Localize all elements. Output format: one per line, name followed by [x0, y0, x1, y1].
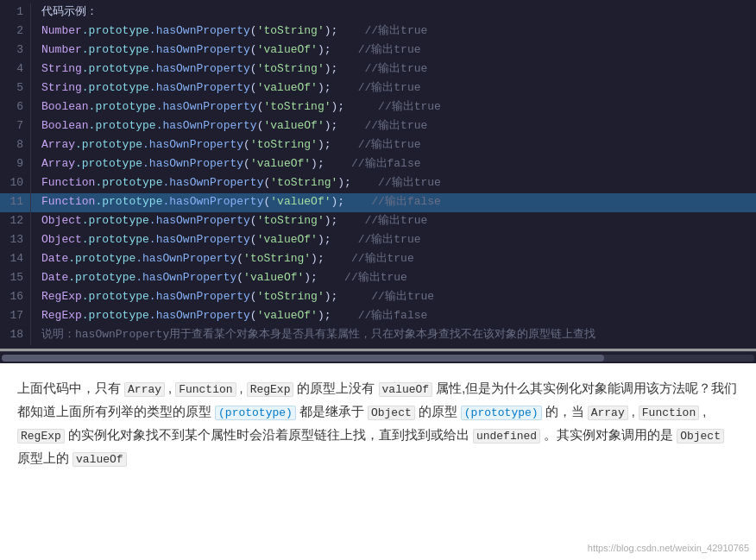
line-content: Function.prototype.hasOwnProperty('value… — [31, 193, 756, 212]
code-line-13: 13Object.prototype.hasOwnProperty('value… — [0, 231, 756, 250]
scrollbar-area[interactable] — [0, 351, 756, 363]
line-content: Number.prototype.hasOwnProperty('valueOf… — [31, 41, 756, 60]
line-number: 14 — [0, 250, 31, 269]
prose-text: 上面代码中，只有 Array , Function , RegExp 的原型上没… — [17, 381, 737, 465]
code-line-3: 3Number.prototype.hasOwnProperty('valueO… — [0, 41, 756, 60]
line-number: 4 — [0, 60, 31, 79]
code-line-9: 9Array.prototype.hasOwnProperty('valueOf… — [0, 155, 756, 174]
line-content: Function.prototype.hasOwnProperty('toStr… — [31, 174, 756, 193]
line-content: Date.prototype.hasOwnProperty('toString'… — [31, 250, 756, 269]
line-content: String.prototype.hasOwnProperty('valueOf… — [31, 79, 756, 98]
code-line-12: 12Object.prototype.hasOwnProperty('toStr… — [0, 212, 756, 231]
line-content: Boolean.prototype.hasOwnProperty('valueO… — [31, 117, 756, 136]
line-number: 18 — [0, 326, 31, 345]
prose-section: 上面代码中，只有 Array , Function , RegExp 的原型上没… — [0, 363, 756, 481]
line-content: Date.prototype.hasOwnProperty('valueOf')… — [31, 269, 756, 288]
line-number: 12 — [0, 212, 31, 231]
code-line-2: 2Number.prototype.hasOwnProperty('toStri… — [0, 22, 756, 41]
line-content: RegExp.prototype.hasOwnProperty('valueOf… — [31, 307, 756, 326]
line-number: 3 — [0, 41, 31, 60]
line-number: 16 — [0, 288, 31, 307]
line-number: 17 — [0, 307, 31, 326]
code-line-5: 5String.prototype.hasOwnProperty('valueO… — [0, 79, 756, 98]
line-content: 代码示例： — [31, 3, 756, 22]
code-line-14: 14Date.prototype.hasOwnProperty('toStrin… — [0, 250, 756, 269]
line-content: Object.prototype.hasOwnProperty('toStrin… — [31, 212, 756, 231]
line-number: 13 — [0, 231, 31, 250]
code-line-7: 7Boolean.prototype.hasOwnProperty('value… — [0, 117, 756, 136]
line-number: 11 — [0, 193, 31, 212]
line-number: 6 — [0, 98, 31, 117]
line-content: Array.prototype.hasOwnProperty('toString… — [31, 136, 756, 155]
code-line-17: 17RegExp.prototype.hasOwnProperty('value… — [0, 307, 756, 326]
line-content: Number.prototype.hasOwnProperty('toStrin… — [31, 22, 756, 41]
code-line-15: 15Date.prototype.hasOwnProperty('valueOf… — [0, 269, 756, 288]
code-block: 1代码示例：2Number.prototype.hasOwnProperty('… — [0, 0, 756, 351]
line-number: 9 — [0, 155, 31, 174]
line-number: 7 — [0, 117, 31, 136]
code-line-10: 10Function.prototype.hasOwnProperty('toS… — [0, 174, 756, 193]
line-content: 说明：hasOwnProperty用于查看某个对象本身是否具有某属性，只在对象本… — [31, 326, 756, 345]
code-line-4: 4String.prototype.hasOwnProperty('toStri… — [0, 60, 756, 79]
line-number: 5 — [0, 79, 31, 98]
line-content: Object.prototype.hasOwnProperty('valueOf… — [31, 231, 756, 250]
line-number: 2 — [0, 22, 31, 41]
line-number: 15 — [0, 269, 31, 288]
code-line-6: 6Boolean.prototype.hasOwnProperty('toStr… — [0, 98, 756, 117]
line-number: 10 — [0, 174, 31, 193]
line-content: Array.prototype.hasOwnProperty('valueOf'… — [31, 155, 756, 174]
line-number: 1 — [0, 3, 31, 22]
code-line-11: 11Function.prototype.hasOwnProperty('val… — [0, 193, 756, 212]
line-content: String.prototype.hasOwnProperty('toStrin… — [31, 60, 756, 79]
code-line-1: 1代码示例： — [0, 3, 756, 22]
code-line-16: 16RegExp.prototype.hasOwnProperty('toStr… — [0, 288, 756, 307]
line-content: Boolean.prototype.hasOwnProperty('toStri… — [31, 98, 756, 117]
code-line-8: 8Array.prototype.hasOwnProperty('toStrin… — [0, 136, 756, 155]
code-line-18: 18说明：hasOwnProperty用于查看某个对象本身是否具有某属性，只在对… — [0, 326, 756, 345]
line-number: 8 — [0, 136, 31, 155]
line-content: RegExp.prototype.hasOwnProperty('toStrin… — [31, 288, 756, 307]
